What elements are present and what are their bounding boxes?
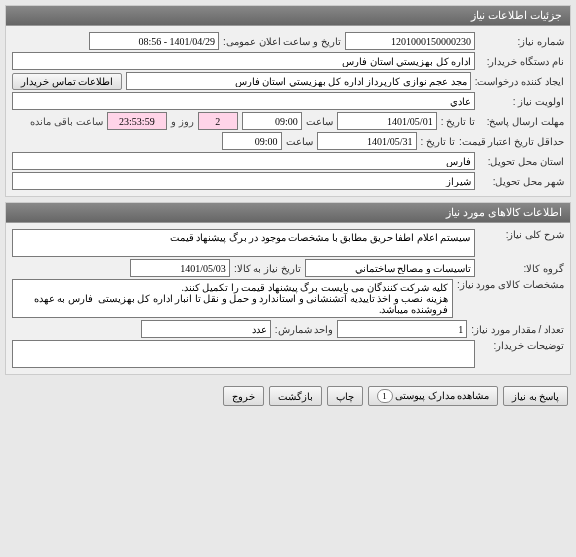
goods-info-panel: اطلاعات کالاهای مورد نیاز شرح کلی نیاز: … — [5, 202, 571, 375]
buyer-label: نام دستگاه خریدار: — [479, 56, 564, 67]
to-date-label2: تا تاریخ : — [421, 136, 455, 147]
docs-count-badge: 1 — [377, 389, 393, 403]
group-field[interactable] — [305, 259, 475, 277]
min-valid-date-field[interactable] — [317, 132, 417, 150]
min-valid-time-label: ساعت — [286, 136, 313, 147]
unit-label: واحد شمارش: — [275, 324, 334, 335]
min-valid-time-field[interactable] — [222, 132, 282, 150]
public-date-label: تاریخ و ساعت اعلان عمومی: — [223, 36, 341, 47]
priority-label: اولویت نیاز : — [479, 96, 564, 107]
delivery-province-field[interactable] — [12, 152, 475, 170]
need-no-label: شماره نیاز: — [479, 36, 564, 47]
exit-button[interactable]: خروج — [223, 386, 264, 406]
requester-field[interactable] — [126, 72, 471, 90]
reply-button[interactable]: پاسخ به نیاز — [503, 386, 568, 406]
notes-field[interactable] — [12, 340, 475, 368]
desc-label: شرح کلی نیاز: — [479, 229, 564, 240]
contact-button[interactable]: اطلاعات تماس خریدار — [12, 73, 122, 90]
deadline-time-field[interactable] — [242, 112, 302, 130]
remain-days-field — [198, 112, 238, 130]
back-button[interactable]: بازگشت — [269, 386, 322, 406]
delivery-city-label: شهر محل تحویل: — [479, 176, 564, 187]
panel2-header: اطلاعات کالاهای مورد نیاز — [6, 203, 570, 223]
min-valid-label: حداقل تاریخ اعتبار قیمت: — [459, 136, 564, 147]
deadline-label: مهلت ارسال پاسخ: — [479, 116, 564, 127]
priority-field[interactable] — [12, 92, 475, 110]
panel1-header: جزئیات اطلاعات نیاز — [6, 6, 570, 26]
group-label: گروه کالا: — [479, 263, 564, 274]
requester-label: ایجاد کننده درخواست: — [475, 76, 564, 87]
remain-time-field — [107, 112, 167, 130]
delivery-province-label: استان محل تحویل: — [479, 156, 564, 167]
spec-label: مشخصات کالای مورد نیاز: — [457, 279, 564, 290]
spec-field[interactable] — [12, 279, 453, 318]
footer-toolbar: پاسخ به نیاز مشاهده مدارک پیوستی 1 چاپ ب… — [0, 380, 576, 412]
public-date-field[interactable] — [89, 32, 219, 50]
need-info-panel: جزئیات اطلاعات نیاز شماره نیاز: تاریخ و … — [5, 5, 571, 197]
unit-field[interactable] — [141, 320, 271, 338]
print-button[interactable]: چاپ — [327, 386, 363, 406]
buyer-field[interactable] — [12, 52, 475, 70]
qty-label: تعداد / مقدار مورد نیاز: — [471, 324, 564, 335]
qty-field[interactable] — [337, 320, 467, 338]
to-date-label: تا تاریخ : — [441, 116, 475, 127]
need-no-field[interactable] — [345, 32, 475, 50]
need-date-label: تاریخ نیاز به کالا: — [234, 263, 301, 274]
delivery-city-field[interactable] — [12, 172, 475, 190]
deadline-date-field[interactable] — [337, 112, 437, 130]
desc-field[interactable] — [12, 229, 475, 257]
notes-label: توضیحات خریدار: — [479, 340, 564, 351]
docs-button-label: مشاهده مدارک پیوستی — [395, 390, 489, 401]
docs-button[interactable]: مشاهده مدارک پیوستی 1 — [368, 386, 499, 406]
deadline-time-label: ساعت — [306, 116, 333, 127]
days-label: روز و — [171, 116, 194, 127]
remain-label: ساعت باقی مانده — [30, 116, 103, 127]
need-date-field[interactable] — [130, 259, 230, 277]
